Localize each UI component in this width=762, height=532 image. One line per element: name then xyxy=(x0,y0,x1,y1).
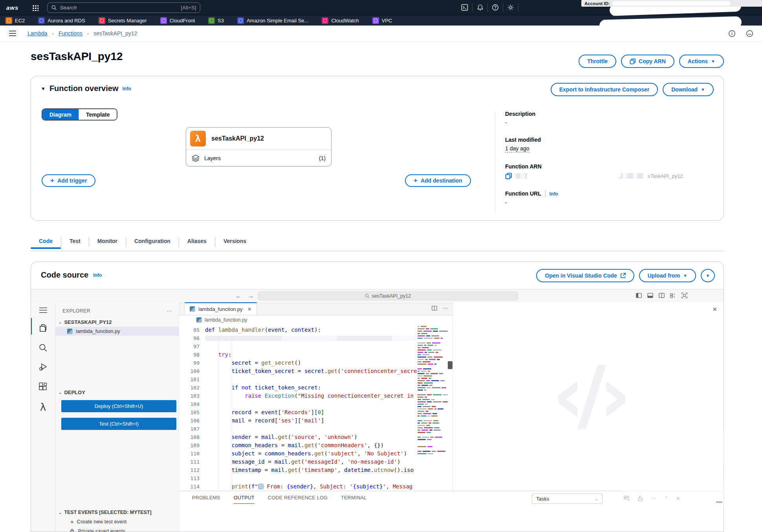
breadcrumb-functions[interactable]: Functions xyxy=(59,30,82,37)
close-panel-icon[interactable]: ✕ xyxy=(712,306,717,313)
ide-search-bar[interactable]: sesTaskAPI_py12 xyxy=(258,291,518,300)
tab-monitor[interactable]: Monitor xyxy=(89,234,126,249)
private-saved-events-item[interactable]: ⌄ Private saved events xyxy=(55,527,179,532)
code-text: def lambda_handler(event, context): xyxy=(205,326,321,334)
template-segment[interactable]: Template xyxy=(79,109,117,120)
caret-down-icon: ▼ xyxy=(683,273,687,278)
favorite-label: VPC xyxy=(382,18,392,24)
clear-output-icon[interactable] xyxy=(623,495,630,501)
search-view-icon[interactable] xyxy=(38,343,48,352)
favorite-secrets-manager[interactable]: Secrets Manager xyxy=(99,17,147,24)
open-vscode-button[interactable]: Open in Visual Studio Code xyxy=(536,269,634,282)
panel-tab-code-reference-log[interactable]: CODE REFERENCE LOG xyxy=(268,495,328,504)
function-url-info-link[interactable]: Info xyxy=(550,191,558,197)
minimap-line xyxy=(418,444,448,445)
favorite-aurora-and-rds[interactable]: Aurora and RDS xyxy=(38,17,85,24)
panel-tab-problems[interactable]: PROBLEMS xyxy=(192,495,220,504)
favorite-cloudfront[interactable]: CloudFront xyxy=(160,17,195,24)
copy-arn-button[interactable]: Copy ARN xyxy=(621,55,674,68)
minimap-line xyxy=(418,349,448,351)
menu-icon[interactable] xyxy=(39,307,48,313)
favorite-vpc[interactable]: VPC xyxy=(372,17,392,24)
tab-aliases[interactable]: Aliases xyxy=(179,234,215,249)
create-test-event-item[interactable]: + Create new test event xyxy=(55,517,179,527)
favorite-ec2[interactable]: EC2 xyxy=(5,17,25,24)
nav-back-icon[interactable]: ← xyxy=(235,293,242,300)
close-panel-icon[interactable]: ✕ xyxy=(676,495,680,501)
actions-dropdown-button[interactable]: Actions▼ xyxy=(679,55,724,68)
feedback-circle-icon[interactable] xyxy=(746,30,753,37)
editor-breadcrumb[interactable]: lambda_function.py xyxy=(179,315,452,325)
add-trigger-button[interactable]: +Add trigger xyxy=(42,174,95,187)
customize-layout-icon[interactable] xyxy=(670,293,676,298)
panel-tab-output[interactable]: OUTPUT xyxy=(234,495,255,504)
unlock-icon[interactable] xyxy=(637,495,643,501)
line-number: 98 xyxy=(179,351,205,359)
maximize-panel-icon[interactable]: ⌃ xyxy=(664,495,668,501)
deploy-button[interactable]: Deploy (Ctrl+Shift+U) xyxy=(61,400,176,412)
minimap-line xyxy=(418,404,448,405)
deploy-section-header[interactable]: ⌄ DEPLOY xyxy=(55,388,179,397)
info-circle-icon[interactable] xyxy=(728,30,736,37)
function-diagram-node[interactable]: λ sesTaskAPI_py12 Layers (1) xyxy=(186,127,332,166)
minimap-slider[interactable] xyxy=(448,361,452,369)
overview-info-link[interactable]: Info xyxy=(122,86,131,91)
function-overview-card: ▼ Function overview Info Export to Infra… xyxy=(31,76,724,221)
chevron-down-icon: ⌄ xyxy=(595,496,598,501)
collapse-triangle-icon[interactable]: ▼ xyxy=(41,86,46,91)
side-menu-icon[interactable] xyxy=(9,30,16,37)
panel-more-icon[interactable]: ⋯ xyxy=(651,495,656,501)
notifications-bell-icon[interactable] xyxy=(473,3,487,12)
console-search-input[interactable]: Search [Alt+S] xyxy=(47,2,200,13)
throttle-button[interactable]: Throttle xyxy=(579,55,616,68)
project-tree-header[interactable]: ⌄ SESTASKAPI_PY12 xyxy=(55,318,179,327)
cloudshell-icon[interactable] xyxy=(457,3,472,12)
favorite-cloudwatch[interactable]: CloudWatch xyxy=(322,17,359,24)
copy-arn-icon[interactable] xyxy=(505,173,512,179)
tab-code[interactable]: Code xyxy=(31,234,61,249)
aws-logo[interactable]: aws xyxy=(6,4,18,11)
tasks-dropdown[interactable]: Tasks ⌄ xyxy=(532,494,603,504)
services-grid-icon[interactable] xyxy=(32,4,38,11)
extensions-icon[interactable] xyxy=(38,382,48,391)
search-placeholder: Search xyxy=(60,5,181,11)
minimap[interactable] xyxy=(418,326,448,488)
aws-lambda-view-icon[interactable]: λ xyxy=(40,401,46,413)
nav-forward-icon[interactable]: → xyxy=(248,293,254,300)
explorer-files-icon[interactable] xyxy=(38,324,48,333)
code-line-110: 110 subject = common_headers.get('subjec… xyxy=(179,450,418,458)
toggle-panel-icon[interactable] xyxy=(647,293,653,298)
tab-test[interactable]: Test xyxy=(61,234,89,249)
explorer-more-icon[interactable]: ⋯ xyxy=(167,308,173,314)
file-item-lambda-function[interactable]: lambda_function.py xyxy=(55,327,179,336)
favorite-amazon-simple-email-se-[interactable]: Amazon Simple Email Se... xyxy=(237,17,309,24)
upload-from-button[interactable]: Upload from▼ xyxy=(639,269,696,282)
help-icon[interactable] xyxy=(488,3,503,12)
maximize-icon[interactable] xyxy=(681,293,687,298)
split-editor-icon[interactable] xyxy=(432,305,437,311)
test-events-header[interactable]: ⌄ TEST EVENTS [SELECTED: MYTEST] xyxy=(55,508,179,517)
add-destination-button[interactable]: +Add destination xyxy=(405,174,471,187)
split-editor-icon[interactable] xyxy=(659,293,665,298)
more-actions-round-button[interactable]: ▼ xyxy=(701,269,715,282)
panel-tab-terminal[interactable]: TERMINAL xyxy=(341,495,367,504)
close-tab-icon[interactable]: ✕ xyxy=(247,306,252,312)
run-debug-icon[interactable] xyxy=(38,362,48,372)
description-value: - xyxy=(505,119,717,126)
tab-configuration[interactable]: Configuration xyxy=(126,234,179,249)
breadcrumb-lambda[interactable]: Lambda xyxy=(27,30,48,37)
download-dropdown-button[interactable]: Download▼ xyxy=(663,83,714,96)
line-number: 110 xyxy=(179,450,205,458)
editor-more-icon[interactable]: ⋯ xyxy=(443,305,448,311)
layers-row[interactable]: Layers (1) xyxy=(186,150,331,166)
tab-versions[interactable]: Versions xyxy=(215,234,255,249)
code-editor[interactable]: 95def lambda_handler(event, context):969… xyxy=(179,326,418,491)
diagram-segment[interactable]: Diagram xyxy=(42,109,79,120)
tab-lambda-function-py[interactable]: lambda_function.py ✕ xyxy=(185,302,257,315)
favorite-s3[interactable]: S3 xyxy=(208,17,224,24)
export-composer-button[interactable]: Export to Infrastructure Composer xyxy=(551,83,658,96)
toggle-sidebar-icon[interactable] xyxy=(636,293,642,298)
settings-gear-icon[interactable] xyxy=(503,3,518,12)
code-source-info-link[interactable]: Info xyxy=(93,272,102,278)
test-button[interactable]: Test (Ctrl+Shift+I) xyxy=(61,418,176,430)
